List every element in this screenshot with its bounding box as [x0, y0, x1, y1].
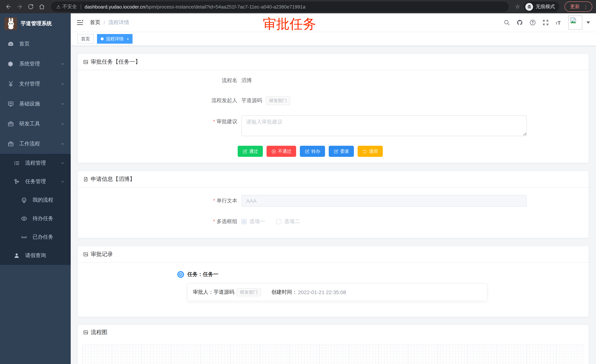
- browser-home-button[interactable]: [37, 2, 47, 11]
- sidebar-item-label: 首页: [19, 41, 68, 47]
- refresh-left-icon: [362, 149, 367, 154]
- sidebar-item-todo-tasks[interactable]: 待办任务: [0, 209, 71, 228]
- tree-icon: [13, 178, 20, 185]
- help-icon[interactable]: [529, 19, 536, 26]
- app-title: 芋道管理系统: [21, 20, 52, 27]
- incognito-label: 无痕模式: [536, 3, 555, 10]
- sidebar-item-devtools[interactable]: 研发工具: [0, 114, 71, 134]
- sidebar-item-process-mgmt[interactable]: 流程管理: [0, 154, 71, 172]
- card-header: 流程图: [78, 325, 589, 340]
- timeline-task-row: 任务：任务一: [78, 271, 589, 278]
- browser-back-button[interactable]: [4, 2, 13, 11]
- bpmn-canvas[interactable]: [82, 345, 584, 364]
- browser-menu-icon[interactable]: ⋮: [583, 4, 588, 9]
- checkbox-label: 选项二: [284, 218, 300, 225]
- github-icon[interactable]: [516, 19, 523, 26]
- return-button[interactable]: 退回: [358, 146, 383, 157]
- workflow-submenu: 流程管理 任务管理 我的流程 待办任务: [0, 154, 71, 265]
- checkbox-icon: ✓: [241, 219, 246, 224]
- eye-closed-icon: [21, 234, 27, 240]
- breadcrumb-separator: /: [104, 20, 105, 26]
- record-detail-card: 审批人： 芋道源码 研发部门 创建时间： 2022-01-21 22:35:08: [187, 283, 487, 301]
- tab-label: 首页: [81, 34, 90, 43]
- sidebar-item-leave-query[interactable]: 请假查询: [0, 246, 71, 265]
- sidebar-item-label: 我的流程: [33, 197, 68, 204]
- suggestion-textarea[interactable]: [241, 116, 527, 136]
- main-area: 审批任务 首页 / 流程详情 TT: [71, 13, 596, 364]
- browser-update-button[interactable]: 更新 ⋮: [565, 1, 592, 12]
- breadcrumb-home[interactable]: 首页: [90, 19, 100, 26]
- edit-icon: [242, 149, 247, 154]
- checkbox-icon: [276, 219, 281, 224]
- single-line-text-input: [241, 195, 527, 207]
- card-header: 申请信息【滔博】: [78, 171, 589, 188]
- annotation-overlay-title: 审批任务: [263, 15, 316, 33]
- sidebar-item-label: 研发工具: [19, 121, 60, 127]
- search-icon[interactable]: [503, 19, 510, 26]
- card-title: 审批记录: [91, 251, 113, 258]
- browser-reload-button[interactable]: [26, 2, 36, 11]
- tab-process-detail[interactable]: 流程详情 ×: [97, 34, 133, 44]
- browser-forward-button[interactable]: [15, 2, 24, 11]
- form-row-process-name: 流程名 滔博: [78, 75, 589, 86]
- checkbox-label: 选项一: [250, 218, 265, 225]
- chevron-down-icon: [60, 82, 65, 86]
- sidebar-item-payment[interactable]: 支付管理: [0, 74, 71, 94]
- edit-icon: [334, 149, 338, 154]
- gear-icon: [7, 61, 14, 67]
- sidebar-item-home[interactable]: 首页: [0, 34, 71, 54]
- checkbox-group: ✓ 选项一 选项二: [241, 218, 300, 225]
- tab-home[interactable]: 首页: [77, 34, 94, 44]
- approver-label: 审批人：: [193, 289, 214, 296]
- tags-view-bar: 首页 流程详情 ×: [71, 32, 596, 46]
- user-icon: [13, 252, 20, 259]
- app-logo-row[interactable]: 芋道管理系统: [0, 13, 71, 34]
- security-status[interactable]: ⚠ 不安全: [56, 3, 77, 10]
- approve-button[interactable]: 通过: [238, 146, 263, 157]
- fullscreen-icon[interactable]: [542, 19, 549, 26]
- reject-button[interactable]: 不通过: [267, 146, 296, 157]
- close-icon[interactable]: ×: [127, 37, 129, 41]
- tab-label: 流程详情: [106, 34, 124, 43]
- warning-icon: ⚠: [56, 4, 60, 9]
- breadcrumb: 首页 / 流程详情: [90, 19, 129, 26]
- security-label: 不安全: [62, 3, 77, 10]
- form-row-checkbox-group: *多选框组 ✓ 选项一 选项二: [78, 216, 589, 227]
- delegate-button[interactable]: 委派: [329, 146, 354, 157]
- required-asterisk: *: [213, 197, 215, 204]
- field-label: *单行文本: [78, 197, 237, 204]
- address-bar[interactable]: ⚠ 不安全 dashboard.yudao.iocoder.cn /bpm/pr…: [51, 1, 508, 12]
- sidebar-item-task-mgmt[interactable]: 任务管理: [0, 172, 71, 191]
- sidebar-collapse-icon[interactable]: [76, 19, 84, 27]
- sidebar-item-infrastructure[interactable]: 基础设施: [0, 94, 71, 114]
- approval-record-card: 审批记录 任务：任务一 审批人： 芋道源码 研发部门 创建时间： 2022-01: [77, 246, 589, 317]
- url-divider: [81, 4, 81, 9]
- card-header: 审批记录: [78, 246, 589, 263]
- process-diagram-card: 流程图: [77, 324, 589, 364]
- card-body: *单行文本 *多选框组 ✓ 选项一: [78, 188, 589, 238]
- sidebar-item-workflow[interactable]: 工作流程: [0, 134, 71, 154]
- browser-toolbar: ⚠ 不安全 dashboard.yudao.iocoder.cn /bpm/pr…: [0, 0, 596, 13]
- sidebar-item-my-process[interactable]: 我的流程: [0, 191, 71, 209]
- field-label: 流程发起人: [78, 97, 237, 104]
- briefcase-icon: [7, 121, 14, 127]
- url-host: dashboard.yudao.iocoder.cn: [85, 4, 145, 9]
- avatar[interactable]: [568, 15, 582, 29]
- url-path: /bpm/process-instance/detail?id=54aa251f…: [145, 4, 305, 9]
- list-icon: [13, 160, 20, 167]
- bookmark-star-icon[interactable]: ☆: [515, 3, 520, 10]
- sidebar-item-system[interactable]: 系统管理: [0, 54, 71, 74]
- font-size-icon[interactable]: TT: [555, 19, 562, 26]
- apply-info-card: 申请信息【滔博】 *单行文本 *多选框组 ✓ 选项一: [77, 171, 589, 238]
- dashboard-icon: [7, 41, 14, 47]
- chevron-down-icon: [60, 62, 65, 66]
- transfer-button[interactable]: 转办: [300, 146, 325, 157]
- chevron-down-icon: [60, 102, 65, 106]
- face-icon: [21, 197, 27, 204]
- avatar-caret-icon[interactable]: [586, 22, 590, 24]
- svg-text:T: T: [556, 22, 558, 25]
- sidebar-item-done-tasks[interactable]: 已办任务: [0, 228, 71, 246]
- checkbox-option-1: ✓ 选项一: [241, 218, 265, 225]
- create-time-value: 2022-01-21 22:35:08: [298, 289, 346, 295]
- form-row-suggestion: *审批建议: [78, 116, 589, 136]
